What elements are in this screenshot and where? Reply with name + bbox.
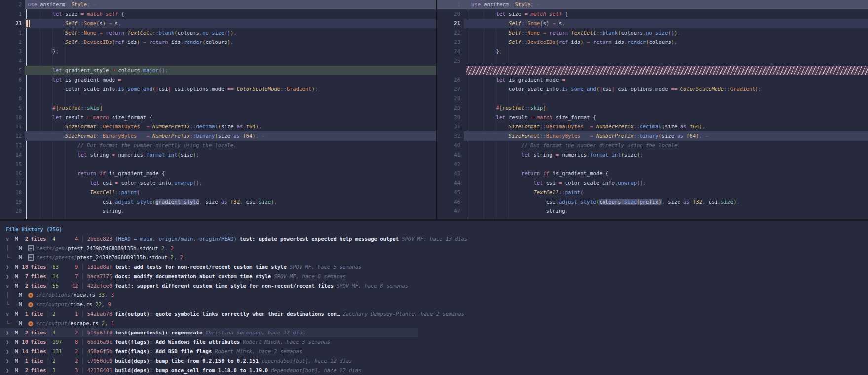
- code-line[interactable]: 1use ansiterm::Style; ⋯: [437, 0, 868, 9]
- line-number[interactable]: 12: [0, 131, 22, 141]
- line-number[interactable]: 42: [437, 160, 460, 169]
- line-number[interactable]: 32: [437, 131, 460, 141]
- line-number[interactable]: 10: [0, 113, 22, 122]
- commit-row[interactable]: ❯M7files│147│baca7175docs: modify docume…: [0, 272, 868, 281]
- commit-row[interactable]: ❯M2files│33│42136401build(deps): bump on…: [0, 366, 868, 375]
- code-line[interactable]: 13 // But format the number directly usi…: [0, 141, 436, 150]
- code-line[interactable]: 7 color_scale_info.is_some_and(|csi| csi…: [0, 84, 436, 94]
- expand-chevron-icon[interactable]: ❯: [6, 272, 11, 281]
- code-line[interactable]: 31 SizeFormat::DecimalBytes ⇒ NumberPref…: [437, 122, 868, 131]
- line-number[interactable]: 19: [0, 197, 22, 207]
- commit-hash[interactable]: 42136401: [87, 366, 113, 375]
- line-number[interactable]: 13: [0, 141, 22, 150]
- line-number[interactable]: 44: [437, 178, 460, 188]
- line-number[interactable]: 46: [437, 197, 460, 207]
- commit-hash[interactable]: 458a6f5b: [87, 347, 113, 356]
- expand-chevron-icon[interactable]: ❯: [6, 337, 11, 347]
- commit-row[interactable]: ∨M2files│44│2bedc823(HEAD → main, origin…: [0, 234, 868, 244]
- commit-hash[interactable]: baca7175: [87, 272, 113, 281]
- expand-chevron-icon[interactable]: ❯: [6, 356, 11, 366]
- code-line[interactable]: 2use ansiterm::Style; ⋯: [0, 0, 436, 9]
- changed-file-row[interactable]: └Msrc/output/time.rs 22, 9: [0, 300, 868, 309]
- commit-hash[interactable]: 131ad8af: [87, 262, 113, 272]
- line-number[interactable]: 28: [437, 94, 460, 103]
- line-number[interactable]: 8: [0, 94, 22, 103]
- code-line[interactable]: 4: [0, 56, 436, 66]
- expand-chevron-icon[interactable]: ❯: [6, 347, 11, 356]
- line-number[interactable]: 14: [0, 150, 22, 160]
- line-number[interactable]: 16: [0, 169, 22, 178]
- line-number[interactable]: 21: [0, 19, 22, 28]
- line-number[interactable]: 2: [0, 38, 22, 47]
- commit-hash[interactable]: 2bedc823: [87, 234, 113, 244]
- commit-row[interactable]: ❯M10files│1978│66d16a9cfeat(flags): Add …: [0, 337, 868, 347]
- line-number[interactable]: 29: [437, 103, 460, 113]
- code-line[interactable]: 1 Self::None ⇒ return TextCell::blank(co…: [0, 28, 436, 38]
- file-name[interactable]: ptest_2439b7d68089135b.stdout: [77, 253, 167, 262]
- line-number[interactable]: 25: [437, 56, 460, 66]
- commit-row[interactable]: ❯M2files│42│b19d61f0test(powertests): re…: [0, 328, 868, 337]
- line-number[interactable]: 24: [437, 47, 460, 56]
- code-line[interactable]: 23 Self::DeviceIDs(ref ids) ⇒ return ids…: [437, 38, 868, 47]
- collapse-chevron-icon[interactable]: ∨: [6, 309, 11, 319]
- line-number[interactable]: 6: [0, 75, 22, 84]
- line-number[interactable]: 2: [0, 0, 22, 9]
- code-line[interactable]: 28: [437, 94, 868, 103]
- code-line[interactable]: 8: [0, 94, 436, 103]
- code-line[interactable]: 20 let size = match self {: [437, 9, 868, 19]
- code-line[interactable]: 1 let size = match self {: [0, 9, 436, 19]
- line-number[interactable]: 27: [437, 84, 460, 94]
- line-number[interactable]: 1: [0, 9, 22, 19]
- code-line[interactable]: 11 SizeFormat::DecimalBytes ⇒ NumberPref…: [0, 122, 436, 131]
- file-name[interactable]: escape.rs: [71, 319, 99, 328]
- code-line[interactable]: 47 string,: [437, 207, 868, 216]
- code-line[interactable]: 21 Self::Some(s) ⇒ s,: [437, 19, 868, 28]
- code-line[interactable]: 21 Self::Some(s) ⇒ s,: [0, 19, 436, 28]
- code-line[interactable]: 25: [437, 56, 868, 66]
- line-number[interactable]: 11: [0, 122, 22, 131]
- line-number[interactable]: 9: [0, 103, 22, 113]
- expand-chevron-icon[interactable]: ❯: [6, 366, 11, 375]
- code-line[interactable]: 3 };: [0, 47, 436, 56]
- commit-row[interactable]: ∨M1file│21│54abab78fix(output): quote sy…: [0, 309, 868, 319]
- code-line[interactable]: 46 csi.adjust_style(colours.size(prefix)…: [437, 197, 868, 207]
- commit-hash[interactable]: 422efee0: [87, 281, 113, 291]
- line-number[interactable]: 17: [0, 178, 22, 188]
- line-number[interactable]: 47: [437, 207, 460, 216]
- line-number[interactable]: 5: [0, 66, 22, 75]
- line-number[interactable]: 1: [0, 28, 22, 38]
- changed-file-row[interactable]: │Msrc/options/view.rs 33, 3: [0, 291, 868, 300]
- code-line[interactable]: 12 SizeFormat::BinaryBytes ⇒ NumberPrefi…: [0, 131, 436, 141]
- changed-file-row[interactable]: │Mtests/gen/ptest_2439b7d68089135b.stdou…: [0, 244, 868, 253]
- commit-row[interactable]: ❯M18files│639│131ad8aftest: add tests fo…: [0, 262, 868, 272]
- line-number[interactable]: 15: [0, 160, 22, 169]
- commit-hash[interactable]: 54abab78: [87, 309, 113, 319]
- line-number[interactable]: 41: [437, 150, 460, 160]
- line-number[interactable]: 23: [437, 38, 460, 47]
- code-line[interactable]: 29 #[rustfmt::skip]: [437, 103, 868, 113]
- file-name[interactable]: view.rs: [74, 291, 95, 300]
- code-line[interactable]: 17 let csi = color_scale_info.unwrap();: [0, 178, 436, 188]
- line-number[interactable]: 20: [437, 9, 460, 19]
- line-number[interactable]: 45: [437, 188, 460, 197]
- line-number[interactable]: 21: [437, 19, 460, 28]
- code-line[interactable]: 41 let string = numerics.format_int(size…: [437, 150, 868, 160]
- code-line[interactable]: 15: [0, 160, 436, 169]
- code-line[interactable]: [437, 66, 868, 75]
- code-line[interactable]: 22 Self::None ⇒ return TextCell::blank(c…: [437, 28, 868, 38]
- expand-chevron-icon[interactable]: ❯: [6, 328, 11, 337]
- code-line[interactable]: 9 #[rustfmt::skip]: [0, 103, 436, 113]
- commit-hash[interactable]: 66d16a9c: [87, 337, 113, 347]
- code-line[interactable]: 19 csi.adjust_style(gradient_style, size…: [0, 197, 436, 207]
- line-number[interactable]: 18: [0, 188, 22, 197]
- collapse-chevron-icon[interactable]: ∨: [6, 234, 11, 244]
- commit-row[interactable]: ❯M1file│22│c7950dc9build(deps): bump lib…: [0, 356, 868, 366]
- commit-hash[interactable]: b19d61f0: [87, 328, 113, 337]
- code-line[interactable]: 24 };: [437, 47, 868, 56]
- code-line[interactable]: 14 let string = numerics.format_int(size…: [0, 150, 436, 160]
- line-number[interactable]: 30: [437, 113, 460, 122]
- code-line[interactable]: 5 let gradient_style = colours.major();: [0, 66, 436, 75]
- code-line[interactable]: 16 return if is_gradient_mode {: [0, 169, 436, 178]
- line-number[interactable]: 3: [0, 47, 22, 56]
- code-line[interactable]: 40 // But format the number directly usi…: [437, 141, 868, 150]
